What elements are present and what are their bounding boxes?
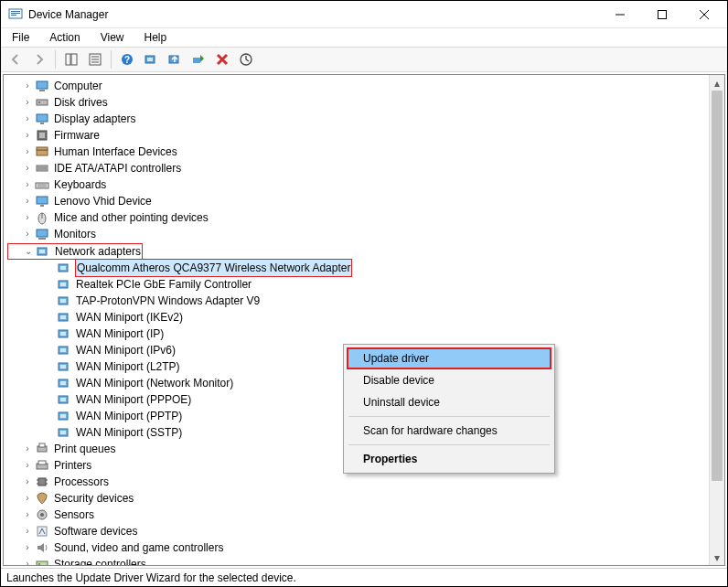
tree-category-software-devices[interactable]: ›Software devices bbox=[7, 523, 724, 539]
menu-view[interactable]: View bbox=[97, 30, 128, 45]
chevron-right-icon[interactable]: › bbox=[22, 113, 33, 124]
network-adapter-icon bbox=[57, 359, 71, 374]
chevron-down-icon[interactable]: ⌄ bbox=[23, 246, 34, 257]
context-menu: Update driverDisable deviceUninstall dev… bbox=[343, 344, 555, 474]
tree-device-item[interactable]: WAN Miniport (IKEv2) bbox=[7, 309, 724, 326]
software-icon bbox=[35, 524, 49, 539]
toolbar-separator bbox=[111, 50, 112, 69]
menu-help[interactable]: Help bbox=[141, 30, 171, 45]
context-menu-disable-device[interactable]: Disable device bbox=[347, 369, 551, 391]
tree-category-computer[interactable]: ›Computer bbox=[7, 78, 724, 94]
close-button[interactable] bbox=[683, 1, 725, 28]
chevron-right-icon[interactable]: › bbox=[22, 443, 33, 454]
svg-rect-79 bbox=[37, 561, 48, 565]
chevron-right-icon[interactable]: › bbox=[22, 476, 33, 487]
tree-item-label: Sound, video and game controllers bbox=[53, 539, 224, 556]
back-button[interactable] bbox=[5, 49, 27, 69]
svg-rect-5 bbox=[658, 10, 667, 18]
tree-category-ide-ata-atapi-controllers[interactable]: ›IDE ATA/ATAPI controllers bbox=[7, 160, 724, 176]
svg-rect-71 bbox=[38, 478, 46, 486]
tree-category-mice-and-other-pointing-devices[interactable]: ›Mice and other pointing devices bbox=[7, 209, 724, 226]
vertical-scrollbar[interactable]: ▴ ▾ bbox=[709, 75, 724, 565]
device-tree[interactable]: ›Computer›Disk drives›Display adapters›F… bbox=[4, 75, 724, 565]
help-toolbar-button[interactable]: ? bbox=[116, 49, 138, 69]
uninstall-device-toolbar-button[interactable] bbox=[211, 49, 233, 69]
context-menu-scan-for-hardware-changes[interactable]: Scan for hardware changes bbox=[347, 420, 551, 442]
properties-toolbar-button[interactable] bbox=[84, 49, 106, 69]
minimize-button[interactable] bbox=[599, 1, 641, 28]
svg-rect-30 bbox=[37, 147, 48, 150]
chevron-right-icon[interactable]: › bbox=[22, 526, 33, 537]
chevron-right-icon[interactable]: › bbox=[22, 229, 33, 240]
tree-category-network-adapters[interactable]: ⌄Network adapters bbox=[7, 243, 143, 260]
svg-rect-9 bbox=[71, 54, 77, 65]
context-menu-separator bbox=[348, 416, 550, 417]
tree-category-monitors[interactable]: ›Monitors bbox=[7, 226, 724, 242]
menu-file[interactable]: File bbox=[8, 30, 33, 45]
tree-category-keyboards[interactable]: ›Keyboards bbox=[7, 176, 724, 193]
tree-category-human-interface-devices[interactable]: ›Human Interface Devices bbox=[7, 144, 724, 160]
svg-text:?: ? bbox=[124, 55, 130, 65]
network-adapter-icon bbox=[57, 261, 71, 275]
tree-device-item[interactable]: TAP-ProtonVPN Windows Adapter V9 bbox=[7, 293, 724, 309]
scroll-thumb[interactable] bbox=[712, 91, 723, 481]
security-icon bbox=[35, 491, 49, 506]
network-adapter-icon bbox=[57, 294, 71, 308]
chevron-right-icon[interactable]: › bbox=[22, 542, 33, 553]
chevron-right-icon[interactable]: › bbox=[22, 146, 33, 157]
svg-rect-22 bbox=[39, 90, 45, 91]
tree-category-disk-drives[interactable]: ›Disk drives bbox=[7, 94, 724, 111]
scroll-track[interactable] bbox=[710, 91, 724, 550]
sound-icon bbox=[35, 540, 49, 555]
context-menu-properties[interactable]: Properties bbox=[347, 448, 551, 470]
chevron-right-icon[interactable]: › bbox=[22, 559, 33, 565]
tree-category-sensors[interactable]: ›Sensors bbox=[7, 507, 724, 523]
context-menu-update-driver[interactable]: Update driver bbox=[347, 347, 551, 369]
tree-device-item[interactable]: Realtek PCIe GbE Family Controller bbox=[7, 276, 724, 293]
ide-icon bbox=[35, 161, 49, 176]
svg-rect-19 bbox=[193, 58, 200, 63]
tree-category-firmware[interactable]: ›Firmware bbox=[7, 127, 724, 144]
chevron-right-icon[interactable]: › bbox=[22, 163, 33, 174]
chevron-right-icon[interactable]: › bbox=[22, 509, 33, 520]
tree-item-label: Security devices bbox=[53, 490, 134, 507]
tree-device-label: WAN Miniport (Network Monitor) bbox=[75, 375, 234, 391]
tree-device-label: TAP-ProtonVPN Windows Adapter V9 bbox=[75, 293, 261, 309]
context-menu-uninstall-device[interactable]: Uninstall device bbox=[347, 391, 551, 413]
tree-category-processors[interactable]: ›Processors bbox=[7, 474, 724, 490]
svg-point-80 bbox=[38, 563, 40, 565]
scroll-down-icon[interactable]: ▾ bbox=[710, 550, 724, 565]
update-driver-toolbar-button[interactable] bbox=[164, 49, 186, 69]
chevron-right-icon[interactable]: › bbox=[22, 212, 33, 223]
forward-button[interactable] bbox=[28, 49, 50, 69]
chevron-right-icon[interactable]: › bbox=[22, 80, 33, 91]
tree-device-item[interactable]: WAN Miniport (IP) bbox=[7, 326, 724, 342]
chevron-right-icon[interactable]: › bbox=[22, 493, 33, 504]
svg-rect-58 bbox=[60, 365, 66, 368]
tree-device-label: Realtek PCIe GbE Family Controller bbox=[75, 276, 252, 293]
tree-category-display-adapters[interactable]: ›Display adapters bbox=[7, 111, 724, 127]
tree-item-label: Disk drives bbox=[53, 94, 109, 111]
tree-category-lenovo-vhid-device[interactable]: ›Lenovo Vhid Device bbox=[7, 193, 724, 209]
menu-action[interactable]: Action bbox=[46, 30, 83, 45]
chevron-right-icon[interactable]: › bbox=[22, 97, 33, 108]
chevron-right-icon[interactable]: › bbox=[22, 130, 33, 141]
tree-category-security-devices[interactable]: ›Security devices bbox=[7, 490, 724, 507]
tree-category-storage-controllers[interactable]: ›Storage controllers bbox=[7, 556, 724, 565]
scan-hardware-toolbar-button[interactable] bbox=[140, 49, 162, 69]
tree-device-item[interactable]: Qualcomm Atheros QCA9377 Wireless Networ… bbox=[7, 260, 724, 276]
network-icon bbox=[36, 244, 50, 259]
network-adapter-icon bbox=[57, 326, 71, 341]
svg-point-77 bbox=[40, 513, 44, 517]
chevron-right-icon[interactable]: › bbox=[22, 460, 33, 471]
toolbar: ? bbox=[1, 47, 727, 72]
svg-rect-68 bbox=[39, 443, 45, 447]
tree-category-sound-video-and-game-controllers[interactable]: ›Sound, video and game controllers bbox=[7, 539, 724, 556]
enable-device-toolbar-button[interactable] bbox=[187, 49, 209, 69]
add-legacy-hardware-button[interactable] bbox=[235, 49, 257, 69]
chevron-right-icon[interactable]: › bbox=[22, 196, 33, 207]
maximize-button[interactable] bbox=[641, 1, 683, 28]
chevron-right-icon[interactable]: › bbox=[22, 179, 33, 190]
scroll-up-icon[interactable]: ▴ bbox=[710, 75, 724, 91]
show-hide-console-tree-button[interactable] bbox=[60, 49, 82, 69]
